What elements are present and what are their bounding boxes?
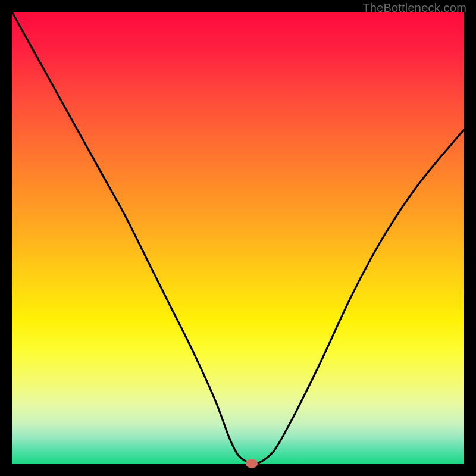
- bottleneck-curve: [12, 12, 464, 464]
- curve-path: [12, 12, 464, 464]
- watermark-text: TheBottleneck.com: [362, 1, 466, 15]
- chart-frame: [12, 12, 464, 464]
- optimal-point-marker: [246, 459, 258, 468]
